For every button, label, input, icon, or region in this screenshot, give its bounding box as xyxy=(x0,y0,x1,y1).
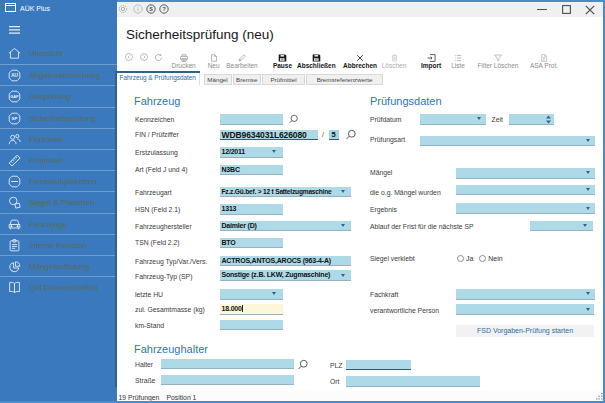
svg-text:?: ? xyxy=(162,6,166,12)
svg-text:SP: SP xyxy=(11,116,17,121)
svg-text:AU: AU xyxy=(11,73,18,78)
svg-text:GAP: GAP xyxy=(10,94,19,99)
svg-text:S: S xyxy=(149,5,153,11)
